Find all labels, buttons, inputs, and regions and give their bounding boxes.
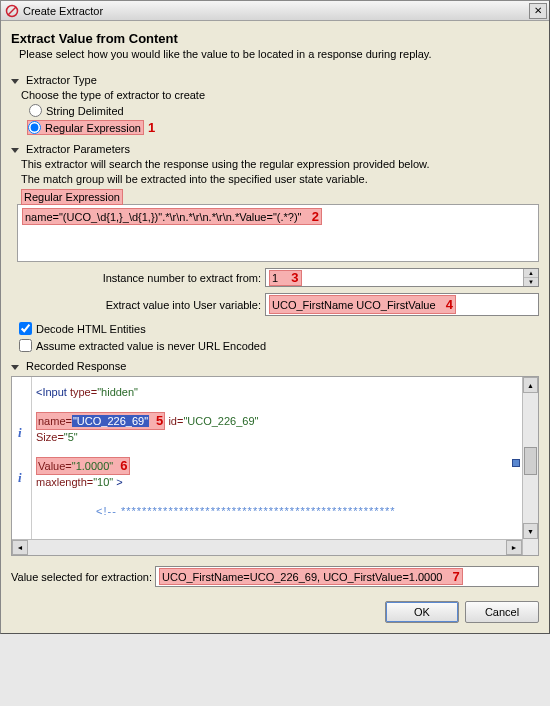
code-token: name= (38, 415, 72, 427)
scroll-thumb[interactable] (524, 447, 537, 475)
code-token: "hidden" (97, 386, 138, 398)
scroll-down-icon[interactable]: ▼ (523, 523, 538, 539)
info-icon: i (18, 470, 22, 486)
instance-value: 1 (272, 272, 278, 284)
radio-regex-input[interactable] (28, 121, 41, 134)
code-token: <!-- (96, 505, 121, 517)
section-label: Recorded Response (26, 360, 126, 372)
spinner-up-icon[interactable]: ▲ (524, 269, 538, 278)
code-token: <Input (36, 386, 67, 398)
regex-input[interactable]: name="(UCO_\d{1,}_\d{1,})".*\r\n.*\r\n.*… (17, 204, 539, 262)
dialog-body: Extract Value from Content Please select… (1, 21, 549, 633)
titlebar: Create Extractor ✕ (1, 1, 549, 21)
selected-value-field[interactable]: UCO_FirstName=UCO_226_69, UCO_FirstValue… (155, 566, 539, 587)
radio-regex-label: Regular Expression (45, 122, 141, 134)
assume-url-checkbox-row[interactable]: Assume extracted value is never URL Enco… (19, 339, 539, 352)
callout-4: 4 (446, 297, 453, 312)
cancel-button[interactable]: Cancel (465, 601, 539, 623)
uservar-value: UCO_FirstName UCO_FirstValue (272, 299, 436, 311)
assume-url-checkbox[interactable] (19, 339, 32, 352)
decode-html-label: Decode HTML Entities (36, 323, 146, 335)
code-token: id= (165, 415, 183, 427)
code-token: type= (67, 386, 97, 398)
section-extractor-type[interactable]: Extractor Type (11, 74, 539, 86)
instance-spinner[interactable]: 1 3 ▲ ▼ (265, 268, 539, 287)
code-token: "10" (93, 476, 113, 488)
decode-html-checkbox-row[interactable]: Decode HTML Entities (19, 322, 539, 335)
close-button[interactable]: ✕ (529, 3, 547, 19)
instance-label: Instance number to extract from: (17, 272, 265, 284)
cancel-button-label: Cancel (485, 606, 519, 618)
code-token: ****************************************… (121, 505, 396, 517)
callout-5: 5 (156, 413, 163, 428)
code-token: "UCO_226_69" (183, 415, 258, 427)
callout-1: 1 (148, 120, 155, 135)
ok-button-label: OK (414, 606, 430, 618)
vertical-scrollbar[interactable]: ▲ ▼ (522, 377, 538, 555)
code-token: Size= (36, 431, 64, 443)
code-token: "5" (64, 431, 78, 443)
radio-string-delimited-label: String Delimited (46, 105, 124, 117)
overview-marker[interactable] (512, 459, 520, 467)
recorded-response-view[interactable]: i i <Input type="hidden" name="UCO_226_6… (11, 376, 539, 556)
ok-button[interactable]: OK (385, 601, 459, 623)
chevron-down-icon (11, 79, 19, 84)
extractor-type-body: Choose the type of extractor to create S… (17, 89, 539, 135)
params-explain-1: This extractor will search the response … (21, 158, 539, 170)
section-extractor-parameters[interactable]: Extractor Parameters (11, 143, 539, 155)
code-token: > (113, 476, 122, 488)
scroll-up-icon[interactable]: ▲ (523, 377, 538, 393)
chevron-down-icon (11, 365, 19, 370)
window-title: Create Extractor (23, 5, 529, 17)
svg-line-1 (8, 7, 16, 15)
callout-3: 3 (291, 270, 298, 285)
params-explain-2: The match group will be extracted into t… (21, 173, 539, 185)
info-icon: i (18, 425, 22, 441)
close-icon: ✕ (534, 5, 542, 16)
uservar-input[interactable]: UCO_FirstName UCO_FirstValue 4 (265, 293, 539, 316)
app-icon (5, 4, 19, 18)
button-row: OK Cancel (11, 601, 539, 623)
radio-string-delimited[interactable]: String Delimited (29, 104, 539, 117)
section-label: Extractor Type (26, 74, 97, 86)
selected-value-text: UCO_FirstName=UCO_226_69, UCO_FirstValue… (162, 571, 442, 583)
section-recorded-response[interactable]: Recorded Response (11, 360, 539, 372)
spinner-buttons[interactable]: ▲ ▼ (523, 269, 538, 286)
selected-value-label: Value selected for extraction: (11, 571, 155, 583)
extractor-params-body: This extractor will search the response … (17, 158, 539, 352)
recorded-content: <Input type="hidden" name="UCO_226_69" 5… (12, 377, 538, 527)
page-description: Please select how you would like the val… (19, 48, 539, 60)
callout-6: 6 (120, 458, 127, 473)
page-title: Extract Value from Content (11, 31, 539, 46)
spinner-down-icon[interactable]: ▼ (524, 278, 538, 286)
callout-2: 2 (312, 209, 319, 224)
radio-regex[interactable]: Regular Expression 1 (29, 120, 539, 135)
selected-token: "UCO_226_69" (72, 415, 149, 427)
uservar-label: Extract value into User variable: (17, 299, 265, 311)
regex-value: name="(UCO_\d{1,}_\d{1,})".*\r\n.*\r\n.*… (25, 211, 302, 223)
code-token: Value= (38, 460, 72, 472)
horizontal-scrollbar[interactable]: ◄ ► (12, 539, 522, 555)
assume-url-label: Assume extracted value is never URL Enco… (36, 340, 266, 352)
regex-label: Regular Expression (21, 189, 123, 205)
choose-label: Choose the type of extractor to create (21, 89, 539, 101)
radio-string-delimited-input[interactable] (29, 104, 42, 117)
gutter: i i (12, 377, 32, 555)
code-token: "1.0000" (72, 460, 113, 472)
callout-7: 7 (453, 569, 460, 584)
selected-value-row: Value selected for extraction: UCO_First… (11, 566, 539, 587)
dialog-window: Create Extractor ✕ Extract Value from Co… (0, 0, 550, 634)
decode-html-checkbox[interactable] (19, 322, 32, 335)
scroll-left-icon[interactable]: ◄ (12, 540, 28, 555)
scroll-right-icon[interactable]: ► (506, 540, 522, 555)
section-label: Extractor Parameters (26, 143, 130, 155)
code-token: maxlength= (36, 476, 93, 488)
chevron-down-icon (11, 148, 19, 153)
